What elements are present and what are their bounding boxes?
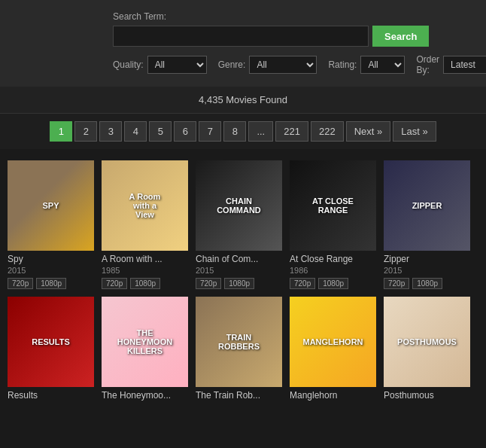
pagination: 1 2 3 4 5 6 7 8 ... 221 222 Next » Last … bbox=[0, 114, 486, 149]
poster-text-zipper: ZIPPER bbox=[409, 197, 446, 214]
orderby-filter-group: Order By: Latest Title Year Rating bbox=[416, 54, 486, 75]
rating-filter-group: Rating: All 1+ 2+ 3+ bbox=[328, 56, 405, 74]
poster-text-posthumous: POSTHUMOUS bbox=[393, 334, 460, 350]
movie-card-zipper[interactable]: ZIPPERZipper2015720p1080p bbox=[384, 160, 470, 289]
badge-1080p-chain-of-command[interactable]: 1080p bbox=[224, 278, 254, 289]
genre-label: Genre: bbox=[218, 59, 246, 70]
movie-poster-spy: SPY bbox=[8, 160, 94, 251]
badge-row-room-with-view: 720p1080p bbox=[102, 278, 188, 289]
movie-poster-room-with-view: A Room with a View bbox=[102, 160, 188, 251]
movie-poster-results: RESULTS bbox=[8, 297, 94, 387]
movie-poster-manglehorn: MANGLEHORN bbox=[290, 297, 376, 387]
movie-poster-posthumous: POSTHUMOUS bbox=[384, 297, 470, 387]
poster-text-manglehorn: MANGLEHORN bbox=[299, 334, 366, 350]
search-term-label: Search Term: bbox=[113, 11, 471, 22]
badge-row-zipper: 720p1080p bbox=[384, 278, 470, 289]
badge-row-at-close-range: 720p1080p bbox=[290, 278, 376, 289]
badge-row-chain-of-command: 720p1080p bbox=[196, 278, 282, 289]
search-row: Search bbox=[113, 26, 471, 47]
movie-card-chain-of-command[interactable]: CHAIN COMMANDChain of Com...2015720p1080… bbox=[196, 160, 282, 289]
movie-poster-zipper: ZIPPER bbox=[384, 160, 470, 251]
movie-title-honeymoon-killers: The Honeymoo... bbox=[102, 390, 188, 401]
last-button[interactable]: Last » bbox=[393, 121, 436, 142]
movie-year-spy: 2015 bbox=[8, 266, 94, 275]
badge-1080p-zipper[interactable]: 1080p bbox=[412, 278, 442, 289]
page-btn-4[interactable]: 4 bbox=[124, 121, 147, 142]
movie-title-chain-of-command: Chain of Com... bbox=[196, 254, 282, 264]
movie-year-at-close-range: 1986 bbox=[290, 266, 376, 275]
poster-text-room-with-view: A Room with a View bbox=[126, 188, 165, 223]
page-btn-6[interactable]: 6 bbox=[174, 121, 196, 142]
movie-card-results[interactable]: RESULTSResults bbox=[8, 297, 94, 401]
rating-label: Rating: bbox=[328, 59, 357, 70]
movie-card-at-close-range[interactable]: AT CLOSE RANGEAt Close Range1986720p1080… bbox=[290, 160, 376, 289]
genre-filter-group: Genre: All Action Comedy Drama bbox=[218, 56, 317, 74]
movies-grid: SPYSpy2015720p1080pA Room with a ViewA R… bbox=[0, 149, 486, 412]
movie-card-train-robbers[interactable]: TRAIN ROBBERSThe Train Rob... bbox=[196, 297, 282, 401]
orderby-label: Order By: bbox=[416, 54, 439, 75]
page-btn-5[interactable]: 5 bbox=[149, 121, 172, 142]
quality-select[interactable]: All 720p 1080p bbox=[147, 56, 207, 74]
movie-title-results: Results bbox=[8, 390, 94, 401]
quality-filter-group: Quality: All 720p 1080p bbox=[113, 56, 207, 74]
movie-title-at-close-range: At Close Range bbox=[290, 254, 376, 264]
badge-1080p-spy[interactable]: 1080p bbox=[36, 278, 66, 289]
page-btn-ellipsis: ... bbox=[248, 121, 273, 142]
movie-title-posthumous: Posthumous bbox=[384, 390, 470, 401]
movie-year-zipper: 2015 bbox=[384, 266, 470, 275]
poster-text-train-robbers: TRAIN ROBBERS bbox=[214, 329, 263, 355]
movie-card-honeymoon-killers[interactable]: THE HONEYMOON KILLERSThe Honeymoo... bbox=[102, 297, 188, 401]
movie-poster-at-close-range: AT CLOSE RANGE bbox=[290, 160, 376, 251]
badge-1080p-room-with-view[interactable]: 1080p bbox=[130, 278, 160, 289]
page-btn-3[interactable]: 3 bbox=[99, 121, 122, 142]
badge-720p-zipper[interactable]: 720p bbox=[384, 278, 409, 289]
movie-title-manglehorn: Manglehorn bbox=[290, 390, 376, 401]
movie-card-manglehorn[interactable]: MANGLEHORNManglehorn bbox=[290, 297, 376, 401]
page-btn-7[interactable]: 7 bbox=[199, 121, 221, 142]
movie-card-posthumous[interactable]: POSTHUMOUSPosthumous bbox=[384, 297, 470, 401]
filter-row: Quality: All 720p 1080p Genre: All Actio… bbox=[113, 54, 471, 75]
page-btn-8[interactable]: 8 bbox=[223, 121, 246, 142]
badge-720p-spy[interactable]: 720p bbox=[8, 278, 33, 289]
badge-720p-room-with-view[interactable]: 720p bbox=[102, 278, 127, 289]
movie-card-spy[interactable]: SPYSpy2015720p1080p bbox=[8, 160, 94, 289]
search-button[interactable]: Search bbox=[372, 26, 429, 47]
page-btn-1[interactable]: 1 bbox=[50, 121, 72, 142]
next-button[interactable]: Next » bbox=[346, 121, 391, 142]
search-section: Search Term: Search Quality: All 720p 10… bbox=[0, 0, 486, 87]
poster-text-results: RESULTS bbox=[28, 334, 74, 350]
quality-label: Quality: bbox=[113, 59, 144, 70]
page-btn-221[interactable]: 221 bbox=[275, 121, 308, 142]
search-input[interactable] bbox=[113, 26, 369, 47]
movie-poster-train-robbers: TRAIN ROBBERS bbox=[196, 297, 282, 387]
genre-select[interactable]: All Action Comedy Drama bbox=[249, 56, 317, 74]
movie-year-room-with-view: 1985 bbox=[102, 266, 188, 275]
badge-720p-chain-of-command[interactable]: 720p bbox=[196, 278, 221, 289]
movie-title-spy: Spy bbox=[8, 254, 94, 264]
movie-card-room-with-view[interactable]: A Room with a ViewA Room with ...1985720… bbox=[102, 160, 188, 289]
badge-row-spy: 720p1080p bbox=[8, 278, 94, 289]
badge-720p-at-close-range[interactable]: 720p bbox=[290, 278, 315, 289]
orderby-select[interactable]: Latest Title Year Rating bbox=[443, 56, 486, 74]
badge-1080p-at-close-range[interactable]: 1080p bbox=[318, 278, 348, 289]
movie-poster-chain-of-command: CHAIN COMMAND bbox=[196, 160, 282, 251]
page-btn-2[interactable]: 2 bbox=[74, 121, 97, 142]
page-btn-222[interactable]: 222 bbox=[311, 121, 344, 142]
movie-title-train-robbers: The Train Rob... bbox=[196, 390, 282, 401]
rating-select[interactable]: All 1+ 2+ 3+ bbox=[360, 56, 405, 74]
poster-text-at-close-range: AT CLOSE RANGE bbox=[308, 193, 357, 218]
poster-text-honeymoon-killers: THE HONEYMOON KILLERS bbox=[114, 325, 176, 359]
results-count: 4,435 Movies Found bbox=[199, 94, 287, 105]
results-header: 4,435 Movies Found bbox=[0, 87, 486, 114]
movie-title-room-with-view: A Room with ... bbox=[102, 254, 188, 264]
movie-title-zipper: Zipper bbox=[384, 254, 470, 264]
poster-text-spy: SPY bbox=[38, 197, 62, 214]
movie-year-chain-of-command: 2015 bbox=[196, 266, 282, 275]
movie-poster-honeymoon-killers: THE HONEYMOON KILLERS bbox=[102, 297, 188, 387]
poster-text-chain-of-command: CHAIN COMMAND bbox=[213, 193, 265, 218]
